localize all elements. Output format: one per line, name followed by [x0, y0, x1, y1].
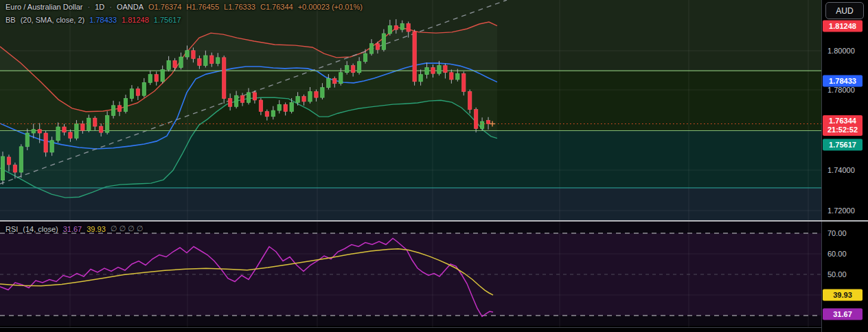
candle-down [431, 67, 435, 73]
candle-up [308, 91, 312, 102]
candle-down [407, 23, 410, 32]
ohlc-open: O1.76374 [148, 3, 181, 11]
candle-down [444, 66, 447, 73]
candle-up [425, 67, 429, 74]
candle-up [204, 56, 207, 66]
candle-down [117, 106, 121, 112]
candle-down [394, 25, 398, 29]
candle-down [228, 99, 231, 107]
candle-down [62, 127, 66, 132]
trading-chart-window: Euro / Australian Dollar · 1D · OANDA O1… [0, 0, 868, 332]
candle-up [124, 99, 127, 112]
candle-down [315, 91, 318, 97]
candle-up [339, 73, 343, 84]
candle-down [259, 100, 262, 112]
currency-toggle-button[interactable]: AUD [825, 2, 864, 19]
legend-separator: · [109, 3, 112, 11]
bb-indicator-params: (20, SMA, close, 2) [21, 16, 85, 24]
candle-up [50, 141, 54, 152]
candle-up [148, 75, 152, 83]
exchange-label[interactable]: OANDA [117, 3, 144, 11]
navy-zone [0, 188, 821, 221]
rsi-indicator-params: (14, close) [23, 225, 58, 233]
candle-up [247, 93, 250, 103]
candle-down [450, 73, 453, 80]
price-scale-border [821, 0, 822, 332]
candle-down [413, 32, 416, 82]
rsi-indicator-name[interactable]: RSI [5, 225, 18, 233]
candle-up [234, 95, 238, 106]
candle-up [32, 130, 35, 133]
axis-value-badge: 31.67 [823, 309, 863, 320]
candle-down [93, 118, 97, 126]
candle-up [456, 73, 459, 80]
candle-down [100, 126, 103, 132]
candle-up [216, 58, 220, 64]
rsi-indicator-legend: RSI (14, close) 31.67 39.93 ∅ ∅ ∅ ∅ [5, 224, 143, 233]
candle-up [185, 51, 189, 57]
current-price-badge: 1.7634421:52:52 [823, 115, 863, 136]
bb-lower-band [0, 97, 497, 198]
pane-separator-handle[interactable] [0, 220, 868, 222]
time-scale[interactable] [0, 328, 868, 332]
price-scale[interactable]: AUD 1.800001.780001.740001.7200070.0060.… [821, 0, 868, 332]
candle-down [462, 73, 466, 91]
candle-down [474, 110, 477, 129]
candle-up [363, 54, 367, 62]
rsi-band-bg [0, 233, 821, 316]
chart-canvas [0, 0, 821, 327]
candle-up [161, 69, 164, 81]
teal-zone [0, 130, 821, 188]
candle-up [400, 23, 404, 29]
axis-price-label: 70.00 [821, 229, 868, 237]
axis-value-badge: 1.78433 [823, 75, 863, 87]
candle-up [382, 34, 385, 49]
bb-fill [0, 22, 497, 198]
candle-down [173, 60, 176, 67]
candle-down [468, 91, 472, 109]
candle-down [240, 95, 244, 102]
axis-price-label: 1.78000 [821, 86, 868, 94]
rsi-line [0, 239, 493, 317]
candle-down [222, 58, 226, 99]
rsi-hidden-values: ∅ ∅ ∅ ∅ [111, 224, 144, 233]
candle-down [44, 133, 47, 152]
candle-up [87, 118, 91, 130]
candle-up [357, 62, 361, 73]
legend-separator: · [88, 3, 91, 11]
candle-down [198, 58, 201, 65]
axis-value-badge: 1.81248 [823, 21, 863, 32]
candle-up [321, 88, 324, 98]
symbol-title[interactable]: Euro / Australian Dollar [5, 3, 83, 11]
candle-up [296, 97, 299, 103]
candle-up [179, 57, 183, 67]
rsi-pane-bg [0, 222, 821, 326]
candle-up [369, 44, 373, 54]
candle-down [69, 132, 72, 139]
bb-lower-value: 1.75617 [154, 16, 181, 24]
candle-down [136, 89, 139, 96]
candle-up [277, 104, 281, 110]
candle-down [253, 93, 256, 100]
symbol-legend: Euro / Australian Dollar · 1D · OANDA O1… [5, 3, 363, 11]
candle-down [192, 51, 195, 59]
bb-upper-value: 1.81248 [122, 16, 149, 24]
candle-up [388, 25, 391, 34]
rsi-ma-value: 39.93 [87, 225, 106, 233]
bb-basis-band [0, 63, 497, 149]
candle-up [130, 89, 133, 99]
candle-down [265, 112, 269, 117]
candle-down [351, 66, 354, 73]
timeframe-label[interactable]: 1D [95, 3, 104, 11]
bb-basis-value: 1.78433 [89, 16, 117, 24]
ohlc-change: +0.00023 (+0.01%) [298, 3, 363, 11]
axis-price-label: 1.72000 [821, 206, 868, 215]
ohlc-close: C1.76344 [260, 3, 293, 11]
axis-value-badge: 39.93 [823, 289, 863, 301]
bb-indicator-name[interactable]: BB [5, 16, 16, 24]
candle-up [142, 82, 146, 95]
axis-price-label: 1.80000 [821, 47, 868, 55]
chart-area[interactable]: Euro / Australian Dollar · 1D · OANDA O1… [0, 0, 821, 327]
rsi-ma-line [0, 249, 493, 295]
candle-up [290, 102, 293, 111]
